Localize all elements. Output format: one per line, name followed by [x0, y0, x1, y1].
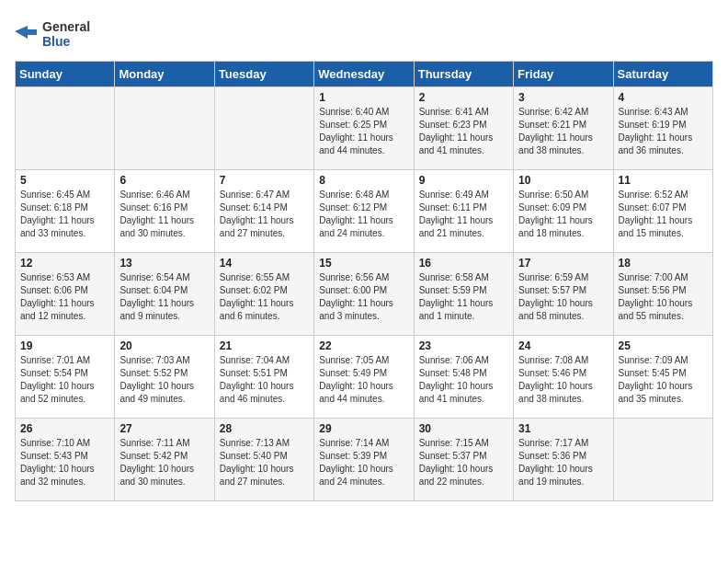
calendar-cell: 5Sunrise: 6:45 AM Sunset: 6:18 PM Daylig… [16, 170, 115, 253]
calendar-week-row: 1Sunrise: 6:40 AM Sunset: 6:25 PM Daylig… [16, 87, 713, 170]
day-number: 17 [518, 257, 608, 270]
calendar-cell: 24Sunrise: 7:08 AM Sunset: 5:46 PM Dayli… [514, 336, 613, 419]
day-info: Sunrise: 7:03 AM Sunset: 5:52 PM Dayligh… [119, 354, 209, 406]
calendar-cell: 15Sunrise: 6:56 AM Sunset: 6:00 PM Dayli… [314, 253, 414, 336]
logo: GeneralBlue [15, 15, 97, 50]
calendar-cell: 22Sunrise: 7:05 AM Sunset: 5:49 PM Dayli… [314, 336, 414, 419]
day-info: Sunrise: 7:11 AM Sunset: 5:42 PM Dayligh… [119, 437, 209, 488]
day-number: 13 [119, 257, 209, 270]
calendar-cell: 3Sunrise: 6:42 AM Sunset: 6:21 PM Daylig… [514, 87, 613, 170]
day-number: 16 [419, 257, 508, 270]
day-number: 19 [20, 339, 109, 352]
calendar-cell: 19Sunrise: 7:01 AM Sunset: 5:54 PM Dayli… [16, 336, 115, 419]
calendar-cell: 14Sunrise: 6:55 AM Sunset: 6:02 PM Dayli… [214, 253, 313, 336]
calendar-week-row: 5Sunrise: 6:45 AM Sunset: 6:18 PM Daylig… [16, 170, 713, 253]
calendar-cell: 4Sunrise: 6:43 AM Sunset: 6:19 PM Daylig… [613, 87, 712, 170]
day-info: Sunrise: 6:47 AM Sunset: 6:14 PM Dayligh… [220, 189, 309, 240]
calendar-cell [16, 87, 115, 170]
day-number: 8 [319, 174, 408, 187]
calendar-cell: 25Sunrise: 7:09 AM Sunset: 5:45 PM Dayli… [613, 336, 712, 419]
day-number: 14 [220, 257, 309, 270]
day-info: Sunrise: 7:08 AM Sunset: 5:46 PM Dayligh… [518, 354, 608, 406]
day-info: Sunrise: 7:04 AM Sunset: 5:51 PM Dayligh… [220, 354, 309, 406]
day-number: 3 [518, 91, 608, 104]
day-number: 29 [319, 422, 408, 435]
day-number: 20 [119, 339, 209, 352]
calendar-cell: 29Sunrise: 7:14 AM Sunset: 5:39 PM Dayli… [314, 419, 414, 501]
day-info: Sunrise: 6:53 AM Sunset: 6:06 PM Dayligh… [20, 271, 109, 323]
day-number: 11 [619, 174, 708, 187]
calendar-cell: 11Sunrise: 6:52 AM Sunset: 6:07 PM Dayli… [613, 170, 712, 253]
day-number: 1 [319, 91, 408, 104]
weekday-header-row: SundayMondayTuesdayWednesdayThursdayFrid… [16, 62, 713, 87]
svg-text:Blue: Blue [42, 34, 71, 49]
day-info: Sunrise: 6:49 AM Sunset: 6:11 PM Dayligh… [419, 189, 508, 240]
day-number: 31 [518, 422, 608, 435]
calendar-cell: 1Sunrise: 6:40 AM Sunset: 6:25 PM Daylig… [314, 87, 414, 170]
day-info: Sunrise: 6:52 AM Sunset: 6:07 PM Dayligh… [619, 189, 708, 240]
calendar-cell: 27Sunrise: 7:11 AM Sunset: 5:42 PM Dayli… [115, 419, 214, 501]
calendar-cell: 13Sunrise: 6:54 AM Sunset: 6:04 PM Dayli… [115, 253, 214, 336]
day-info: Sunrise: 7:15 AM Sunset: 5:37 PM Dayligh… [419, 437, 508, 488]
day-info: Sunrise: 7:17 AM Sunset: 5:36 PM Dayligh… [518, 437, 608, 488]
page-header: GeneralBlue [15, 15, 713, 50]
day-info: Sunrise: 6:58 AM Sunset: 5:59 PM Dayligh… [419, 271, 508, 323]
calendar-cell: 12Sunrise: 6:53 AM Sunset: 6:06 PM Dayli… [16, 253, 115, 336]
day-number: 22 [319, 339, 408, 352]
weekday-header-saturday: Saturday [613, 62, 712, 87]
day-number: 5 [20, 174, 109, 187]
day-info: Sunrise: 6:40 AM Sunset: 6:25 PM Dayligh… [319, 106, 408, 157]
calendar-cell [613, 419, 712, 501]
day-number: 4 [619, 91, 708, 104]
day-number: 27 [119, 422, 209, 435]
calendar-cell: 8Sunrise: 6:48 AM Sunset: 6:12 PM Daylig… [314, 170, 414, 253]
day-info: Sunrise: 7:01 AM Sunset: 5:54 PM Dayligh… [20, 354, 109, 406]
day-number: 6 [119, 174, 209, 187]
day-info: Sunrise: 6:54 AM Sunset: 6:04 PM Dayligh… [119, 271, 209, 323]
day-info: Sunrise: 6:50 AM Sunset: 6:09 PM Dayligh… [518, 189, 608, 240]
svg-marker-2 [15, 26, 37, 39]
day-info: Sunrise: 6:42 AM Sunset: 6:21 PM Dayligh… [518, 106, 608, 157]
day-info: Sunrise: 7:10 AM Sunset: 5:43 PM Dayligh… [20, 437, 109, 488]
day-number: 18 [619, 257, 708, 270]
weekday-header-wednesday: Wednesday [314, 62, 414, 87]
calendar-cell: 9Sunrise: 6:49 AM Sunset: 6:11 PM Daylig… [414, 170, 513, 253]
day-info: Sunrise: 7:14 AM Sunset: 5:39 PM Dayligh… [319, 437, 408, 488]
calendar-cell: 16Sunrise: 6:58 AM Sunset: 5:59 PM Dayli… [414, 253, 513, 336]
day-info: Sunrise: 6:48 AM Sunset: 6:12 PM Dayligh… [319, 189, 408, 240]
day-info: Sunrise: 6:41 AM Sunset: 6:23 PM Dayligh… [419, 106, 508, 157]
weekday-header-monday: Monday [115, 62, 214, 87]
weekday-header-thursday: Thursday [414, 62, 513, 87]
calendar-week-row: 19Sunrise: 7:01 AM Sunset: 5:54 PM Dayli… [16, 336, 713, 419]
day-info: Sunrise: 6:43 AM Sunset: 6:19 PM Dayligh… [619, 106, 708, 157]
day-info: Sunrise: 6:46 AM Sunset: 6:16 PM Dayligh… [119, 189, 209, 240]
day-number: 21 [220, 339, 309, 352]
day-number: 9 [419, 174, 508, 187]
calendar-cell: 18Sunrise: 7:00 AM Sunset: 5:56 PM Dayli… [613, 253, 712, 336]
day-number: 25 [619, 339, 708, 352]
day-number: 28 [220, 422, 309, 435]
day-number: 15 [319, 257, 408, 270]
calendar-cell: 30Sunrise: 7:15 AM Sunset: 5:37 PM Dayli… [414, 419, 513, 501]
weekday-header-tuesday: Tuesday [214, 62, 313, 87]
calendar-cell [115, 87, 214, 170]
calendar-cell: 26Sunrise: 7:10 AM Sunset: 5:43 PM Dayli… [16, 419, 115, 501]
day-number: 10 [518, 174, 608, 187]
day-info: Sunrise: 7:00 AM Sunset: 5:56 PM Dayligh… [619, 271, 708, 323]
calendar-table: SundayMondayTuesdayWednesdayThursdayFrid… [15, 61, 713, 501]
day-number: 26 [20, 422, 109, 435]
day-info: Sunrise: 6:59 AM Sunset: 5:57 PM Dayligh… [518, 271, 608, 323]
day-number: 23 [419, 339, 508, 352]
day-info: Sunrise: 7:13 AM Sunset: 5:40 PM Dayligh… [220, 437, 309, 488]
day-number: 2 [419, 91, 508, 104]
day-number: 24 [518, 339, 608, 352]
calendar-cell: 20Sunrise: 7:03 AM Sunset: 5:52 PM Dayli… [115, 336, 214, 419]
weekday-header-friday: Friday [514, 62, 613, 87]
day-info: Sunrise: 7:06 AM Sunset: 5:48 PM Dayligh… [419, 354, 508, 406]
svg-text:General: General [42, 19, 90, 34]
calendar-cell: 17Sunrise: 6:59 AM Sunset: 5:57 PM Dayli… [514, 253, 613, 336]
calendar-cell [214, 87, 313, 170]
day-info: Sunrise: 6:45 AM Sunset: 6:18 PM Dayligh… [20, 189, 109, 240]
calendar-cell: 6Sunrise: 6:46 AM Sunset: 6:16 PM Daylig… [115, 170, 214, 253]
calendar-week-row: 12Sunrise: 6:53 AM Sunset: 6:06 PM Dayli… [16, 253, 713, 336]
